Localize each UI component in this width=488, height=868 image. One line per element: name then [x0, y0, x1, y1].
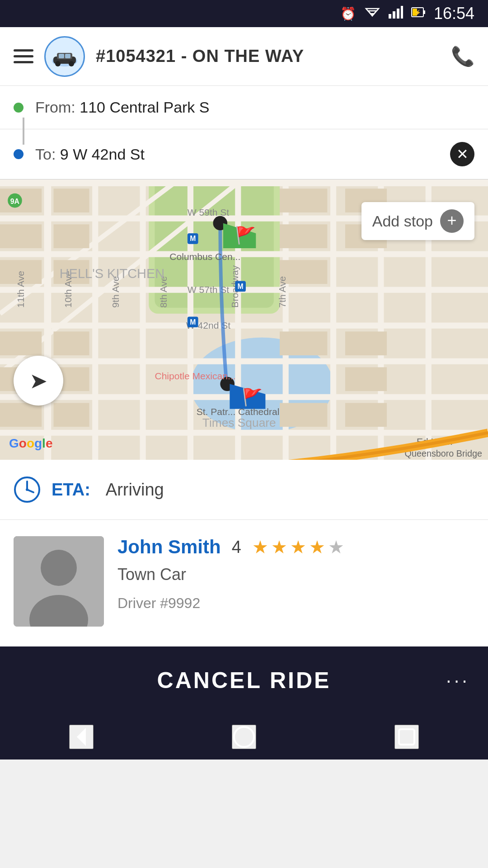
svg-rect-50: [0, 331, 42, 355]
svg-rect-13: [59, 54, 64, 58]
svg-rect-43: [54, 224, 89, 248]
svg-rect-53: [345, 331, 387, 355]
from-label: From:: [35, 99, 75, 116]
to-label: To:: [35, 146, 56, 163]
svg-text:M: M: [190, 235, 196, 242]
svg-rect-58: [54, 403, 89, 427]
eta-label: ETA:: [52, 480, 90, 500]
from-row: From: 110 Central Park S: [0, 86, 488, 129]
svg-rect-56: [345, 367, 387, 391]
to-address-value: 9 W 42nd St: [60, 146, 145, 163]
svg-point-99: [41, 550, 77, 586]
driver-name: John Smith: [117, 536, 221, 558]
svg-rect-59: [280, 403, 327, 427]
svg-rect-14: [65, 54, 70, 58]
status-icons: ⏰ ⚡ 16:54: [340, 4, 474, 23]
battery-icon: ⚡: [411, 6, 426, 22]
phone-button[interactable]: 📞: [451, 45, 474, 67]
svg-text:Transverse: Transverse: [146, 179, 199, 182]
svg-text:M: M: [190, 318, 196, 326]
clear-destination-button[interactable]: ✕: [450, 142, 474, 166]
svg-text:8th Ave: 8th Ave: [158, 276, 169, 308]
wifi-icon: [364, 6, 380, 22]
map-area[interactable]: Transverse W 59th St W 57th St W 42nd St…: [0, 179, 488, 460]
eta-value: Arriving: [106, 480, 164, 500]
driver-section: John Smith 4 ★ ★ ★ ★ ★ Town Car Driver #…: [0, 520, 488, 646]
svg-point-102: [234, 727, 254, 747]
add-stop-icon: +: [440, 209, 464, 233]
add-stop-button[interactable]: Add stop +: [361, 202, 474, 240]
avatar-silhouette: [14, 536, 104, 627]
star-2: ★: [271, 537, 287, 557]
home-button[interactable]: [232, 725, 256, 749]
alarm-icon: ⏰: [340, 6, 356, 21]
driver-number: Driver #9992: [117, 595, 474, 612]
cancel-label: CANCEL RIDE: [157, 667, 331, 693]
svg-text:M: M: [238, 283, 244, 290]
compass-icon: ➤: [29, 368, 47, 393]
svg-text:Times Square: Times Square: [202, 416, 276, 429]
driver-car-type: Town Car: [117, 565, 474, 584]
svg-text:Columbus Cen...: Columbus Cen...: [169, 251, 240, 262]
from-address-text: From: 110 Central Park S: [35, 99, 210, 116]
app-header: #1054321 - ON THE WAY 📞: [0, 27, 488, 86]
app-logo: [44, 36, 85, 77]
svg-text:HELL'S KITCHEN: HELL'S KITCHEN: [60, 266, 165, 281]
more-options-icon[interactable]: ···: [446, 670, 470, 691]
svg-text:9th Ave: 9th Ave: [110, 276, 121, 308]
star-4: ★: [309, 537, 325, 557]
star-3: ★: [290, 537, 306, 557]
svg-text:7th Ave: 7th Ave: [277, 276, 287, 308]
back-button[interactable]: [69, 725, 94, 749]
driver-avatar: [14, 536, 104, 627]
to-address-text: To: 9 W 42nd St: [35, 146, 145, 163]
svg-rect-2: [397, 9, 399, 19]
recents-button[interactable]: [394, 725, 419, 749]
cancel-ride-button[interactable]: CANCEL RIDE ···: [0, 646, 488, 714]
svg-text:🚩: 🚩: [242, 387, 263, 407]
star-5: ★: [328, 537, 344, 557]
close-icon: ✕: [456, 147, 469, 161]
hamburger-menu[interactable]: [14, 49, 33, 63]
ride-title: #1054321 - ON THE WAY: [96, 47, 440, 66]
svg-rect-45: [280, 189, 327, 212]
driver-info: John Smith 4 ★ ★ ★ ★ ★ Town Car Driver #…: [117, 536, 474, 612]
svg-text:9A: 9A: [10, 198, 19, 205]
from-dot: [14, 103, 23, 113]
svg-rect-42: [54, 189, 89, 212]
clock-icon: [14, 476, 41, 503]
svg-rect-60: [345, 403, 387, 427]
svg-rect-0: [389, 14, 391, 19]
svg-rect-103: [399, 729, 414, 745]
svg-text:⚡: ⚡: [414, 9, 421, 16]
status-bar: ⏰ ⚡ 16:54: [0, 0, 488, 27]
status-time: 16:54: [434, 4, 474, 23]
route-panel: From: 110 Central Park S To: 9 W 42nd St…: [0, 86, 488, 179]
to-dot: [14, 149, 23, 159]
svg-text:🚩: 🚩: [235, 225, 256, 245]
navigation-button[interactable]: ➤: [14, 356, 63, 406]
svg-rect-46: [280, 224, 327, 248]
eta-section: ETA: Arriving: [0, 460, 488, 520]
svg-point-97: [26, 488, 28, 491]
signal-icon: [389, 6, 403, 22]
svg-rect-3: [401, 6, 403, 19]
driver-rating-number: 4: [232, 538, 241, 557]
add-stop-label: Add stop: [372, 212, 433, 230]
svg-point-11: [55, 61, 61, 66]
from-address-value: 110 Central Park S: [80, 99, 209, 116]
svg-text:11th Ave: 11th Ave: [15, 271, 26, 308]
svg-rect-57: [0, 403, 42, 427]
svg-rect-40: [0, 224, 42, 248]
svg-rect-51: [54, 331, 89, 355]
star-1: ★: [252, 537, 268, 557]
svg-text:W 59th St: W 59th St: [188, 207, 230, 217]
route-connector: [23, 118, 24, 145]
to-row[interactable]: To: 9 W 42nd St ✕: [0, 129, 488, 179]
google-logo: Google: [9, 436, 52, 451]
svg-text:St. Patr... Cathedral: St. Patr... Cathedral: [197, 406, 280, 417]
bottom-navigation: [0, 714, 488, 760]
svg-rect-1: [393, 11, 395, 19]
svg-rect-52: [280, 331, 327, 355]
svg-text:Chipotle Mexican...: Chipotle Mexican...: [155, 371, 235, 381]
